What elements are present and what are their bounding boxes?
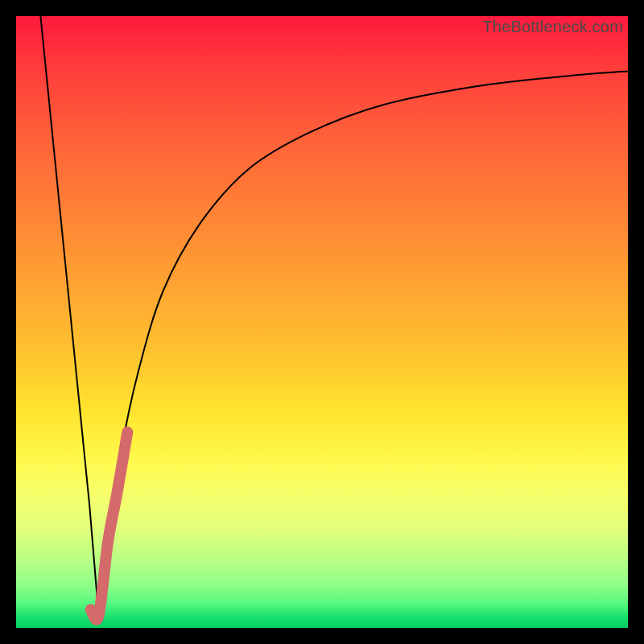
curve-right-branch (99, 71, 628, 615)
bottleneck-curve-svg (16, 16, 628, 628)
chart-frame: TheBottleneck.com (0, 0, 644, 644)
watermark-text: TheBottleneck.com (482, 18, 623, 36)
plot-area: TheBottleneck.com (16, 16, 628, 628)
curve-left-branch (40, 16, 98, 616)
